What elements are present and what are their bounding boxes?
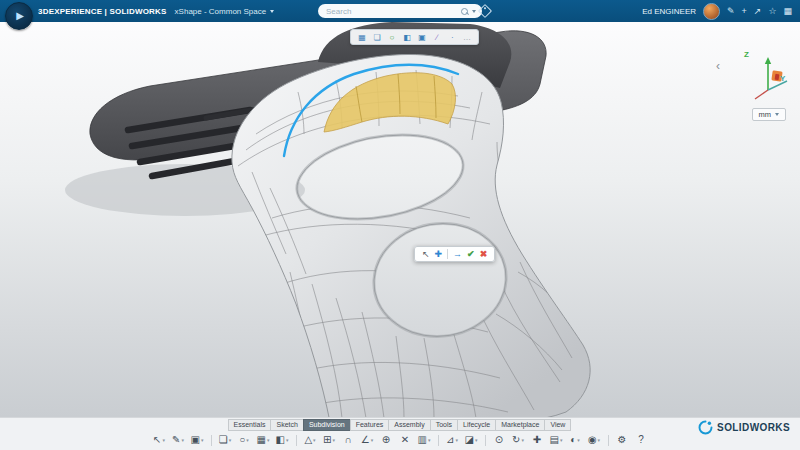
brand-title: 3DEXPERIENCE | SOLIDWORKS: [38, 7, 167, 16]
show-mesh-icon[interactable]: ▦: [356, 31, 368, 43]
tab-subdivision[interactable]: Subdivision: [303, 419, 351, 431]
solidworks-logo: SOLIDWORKS: [698, 420, 790, 435]
extrude-face-icon[interactable]: △: [302, 433, 319, 447]
topbar: ▶ 3DEXPERIENCE | SOLIDWORKS xShape - Com…: [0, 0, 800, 22]
visibility-icon[interactable]: ◉: [586, 433, 603, 447]
action-bar: ↖ ✎ ▣ ❏ ○ ▦ ◧ △ ⊞ ∩ ∠ ⊕ ✕ ▥ ⊿ ◪ ⊙ ↻ ✚ ▤ …: [0, 433, 800, 447]
toolbar-divider: [296, 435, 297, 446]
lower-hole-rim: [374, 224, 506, 337]
tab-essentials[interactable]: Essentials: [228, 419, 272, 431]
3d-viewport[interactable]: ▦ ❏ ○ ◧ ▣ ∕ ∙ … ↖ ✚ → ✔ ✖ ‹: [0, 22, 800, 417]
vertex-select-icon[interactable]: ∙: [446, 31, 458, 43]
sketch-icon[interactable]: ✎: [170, 433, 187, 447]
crease-edge-icon[interactable]: ∠: [359, 433, 376, 447]
toolbar-divider: [211, 435, 212, 446]
move-tool-icon[interactable]: ✚: [435, 250, 443, 259]
model-canvas[interactable]: [0, 22, 800, 417]
search-box[interactable]: [318, 4, 482, 18]
units-value: mm: [759, 110, 772, 119]
symmetry-plane-icon[interactable]: ◧: [401, 31, 413, 43]
chevron-down-icon: [775, 113, 779, 116]
3ds-logo-icon: [698, 420, 713, 435]
continue-arrow-icon[interactable]: →: [453, 250, 462, 259]
primitive-box-icon[interactable]: ❏: [217, 433, 234, 447]
delete-face-icon[interactable]: ✕: [397, 433, 414, 447]
display-style-icon[interactable]: ◐: [567, 433, 584, 447]
zoom-fit-icon[interactable]: ⊙: [491, 433, 508, 447]
split-loop-icon[interactable]: ⊞: [321, 433, 338, 447]
views-prev-arrow[interactable]: ‹: [716, 60, 720, 72]
toolbar-divider: [485, 435, 486, 446]
apps-grid-icon[interactable]: ▦: [783, 7, 792, 16]
workspace-selector[interactable]: xShape - Common Space: [175, 7, 275, 16]
search-icon[interactable]: [461, 8, 468, 15]
bridge-faces-icon[interactable]: ∩: [340, 433, 357, 447]
units-dropdown[interactable]: mm: [752, 108, 787, 121]
toolbar-divider: [438, 435, 439, 446]
save-icon[interactable]: ▣: [189, 433, 206, 447]
tab-view[interactable]: View: [544, 419, 571, 431]
solidworks-logo-text: SOLIDWORKS: [717, 422, 790, 433]
tab-marketplace[interactable]: Marketplace: [495, 419, 545, 431]
user-name[interactable]: Ed ENGINEER: [642, 7, 696, 16]
user-avatar[interactable]: [703, 3, 720, 20]
axes-triad-icon[interactable]: [742, 50, 794, 102]
pointer-tool-icon[interactable]: ↖: [422, 250, 430, 259]
box-mode-icon[interactable]: ❏: [371, 31, 383, 43]
select-icon[interactable]: ↖: [151, 433, 168, 447]
symmetry-icon[interactable]: ◧: [274, 433, 291, 447]
cancel-x-icon[interactable]: ✖: [480, 250, 488, 259]
workspace-label: xShape - Common Space: [175, 7, 267, 16]
search-input[interactable]: [324, 6, 457, 17]
add-icon[interactable]: +: [742, 7, 747, 16]
bottom-bar: Essentials Sketch Subdivision Features A…: [0, 417, 800, 450]
compass-play-icon: ▶: [16, 11, 24, 21]
topbar-right-cluster: Ed ENGINEER ✎ + ↗ ☆ ▦: [642, 0, 792, 22]
tab-features[interactable]: Features: [350, 419, 390, 431]
3dexperience-compass-logo[interactable]: ▶: [5, 2, 33, 30]
toolbar-divider: [608, 435, 609, 446]
axis-y-label: Y: [780, 74, 785, 83]
measure-icon[interactable]: ⊿: [444, 433, 461, 447]
axis-z-label: Z: [744, 50, 749, 59]
ribbon-tabs: Essentials Sketch Subdivision Features A…: [0, 419, 800, 431]
section-view-icon[interactable]: ◪: [463, 433, 480, 447]
search-scope-chevron-icon[interactable]: [472, 10, 476, 13]
smooth-mode-icon[interactable]: ○: [386, 31, 398, 43]
primitive-sphere-icon[interactable]: ○: [236, 433, 253, 447]
tab-lifecycle[interactable]: Lifecycle: [457, 419, 496, 431]
chevron-down-icon: [270, 10, 274, 13]
tab-tools[interactable]: Tools: [430, 419, 458, 431]
settings-icon[interactable]: ⚙: [614, 433, 631, 447]
help-icon[interactable]: ?: [633, 433, 650, 447]
compose-icon[interactable]: ✎: [727, 7, 735, 16]
share-icon[interactable]: ↗: [754, 7, 762, 16]
tab-sketch[interactable]: Sketch: [270, 419, 303, 431]
view-orientation-widget[interactable]: ‹ Z Y: [716, 50, 794, 108]
rotate-view-icon[interactable]: ↻: [510, 433, 527, 447]
convert-subdivision-icon[interactable]: ▦: [255, 433, 272, 447]
subdivision-hud-toolbar: ▦ ❏ ○ ◧ ▣ ∕ ∙ …: [350, 29, 479, 45]
favorites-star-icon[interactable]: ☆: [768, 7, 776, 16]
weld-vertices-icon[interactable]: ⊕: [378, 433, 395, 447]
face-select-icon[interactable]: ▣: [416, 31, 428, 43]
more-options-icon[interactable]: …: [461, 31, 473, 43]
tab-assembly[interactable]: Assembly: [388, 419, 430, 431]
pan-view-icon[interactable]: ✚: [529, 433, 546, 447]
accept-check-icon[interactable]: ✔: [467, 250, 475, 259]
context-confirm-toolbar: ↖ ✚ → ✔ ✖: [414, 246, 495, 262]
edge-select-icon[interactable]: ∕: [431, 31, 443, 43]
thicken-icon[interactable]: ▥: [416, 433, 433, 447]
handle-body[interactable]: [232, 54, 590, 417]
view-orientation-icon[interactable]: ▤: [548, 433, 565, 447]
toolbar-divider: [447, 249, 448, 259]
application-window: ▶ 3DEXPERIENCE | SOLIDWORKS xShape - Com…: [0, 0, 800, 450]
